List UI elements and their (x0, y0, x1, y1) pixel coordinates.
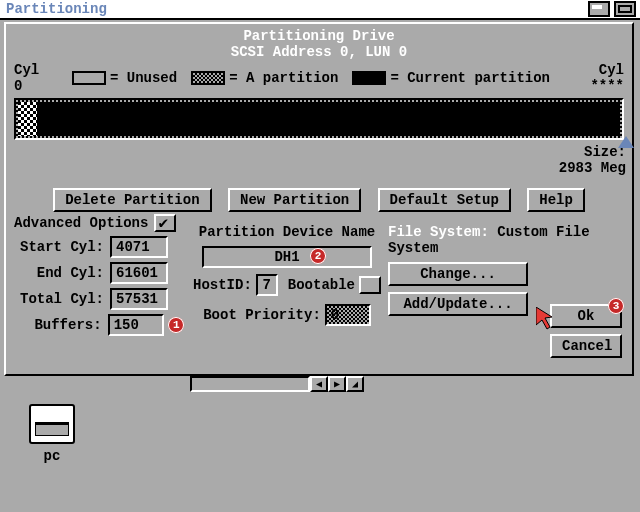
advanced-options-label: Advanced Options (14, 215, 148, 231)
cyl-label-left: Cyl (14, 62, 48, 78)
default-setup-button[interactable]: Default Setup (378, 188, 511, 212)
new-partition-button[interactable]: New Partition (228, 188, 361, 212)
window-size-gadget: ◀ ▶ ◢ (190, 376, 364, 392)
bootable-label: Bootable (288, 277, 355, 293)
scroll-track[interactable] (190, 376, 310, 392)
bootable-checkbox[interactable] (359, 276, 381, 294)
total-cyl-label: Total Cyl: (14, 291, 104, 307)
device-name-input[interactable]: DH1 (202, 246, 372, 268)
buffers-input[interactable]: 150 (108, 314, 165, 336)
legend-unused: = Unused (110, 70, 177, 86)
filesystem-label: File System: (388, 224, 489, 240)
annotation-marker-3: 3 (608, 298, 624, 314)
start-cyl-input[interactable]: 4071 (110, 236, 168, 258)
end-cyl-input[interactable]: 61601 (110, 262, 168, 284)
ok-cancel-group: Ok 3 Cancel (550, 298, 622, 358)
boot-priority-label: Boot Priority: (203, 307, 321, 323)
partition-bar-current[interactable] (38, 102, 620, 136)
resize-gadget-icon[interactable]: ◢ (346, 376, 364, 392)
annotation-marker-2: 2 (310, 248, 326, 264)
legend-current: = Current partition (390, 70, 550, 86)
cyl-value-right: **** (574, 78, 624, 94)
svg-marker-0 (536, 307, 552, 329)
legend-swatch-partition (191, 71, 225, 85)
window-subtitle: SCSI Address 0, LUN 0 (14, 44, 624, 60)
buffers-label: Buffers: (14, 317, 102, 333)
desktop-icon-label: pc (24, 448, 80, 464)
screen-titlebar: Partitioning (0, 0, 640, 20)
desktop-icon-pc[interactable]: pc (24, 404, 80, 464)
legend-swatch-current (352, 71, 386, 85)
action-button-row: Delete Partition New Partition Default S… (14, 188, 624, 212)
device-name-group: Partition Device Name DH1 2 HostID: 7 Bo… (192, 224, 382, 326)
depth-gadget-icon[interactable] (588, 1, 610, 17)
drive-icon (29, 404, 75, 444)
start-cyl-label: Start Cyl: (14, 239, 104, 255)
add-update-filesystem-button[interactable]: Add/Update... (388, 292, 528, 316)
scroll-left-icon[interactable]: ◀ (310, 376, 328, 392)
cyl-label-right: Cyl (574, 62, 624, 78)
partitioning-window: Partitioning Drive SCSI Address 0, LUN 0… (4, 22, 634, 376)
boot-priority-input[interactable]: 0 (325, 304, 371, 326)
end-cyl-label: End Cyl: (14, 265, 104, 281)
advanced-options-checkbox[interactable] (154, 214, 176, 232)
change-filesystem-button[interactable]: Change... (388, 262, 528, 286)
total-cyl-input[interactable]: 57531 (110, 288, 168, 310)
size-readout: Size: 2983 Meg (559, 144, 626, 176)
hostid-input[interactable]: 7 (256, 274, 278, 296)
annotation-marker-1: 1 (168, 317, 184, 333)
zoom-gadget-icon[interactable] (614, 1, 636, 17)
hostid-label: HostID: (193, 277, 252, 293)
device-name-heading: Partition Device Name (192, 224, 382, 240)
cancel-button[interactable]: Cancel (550, 334, 622, 358)
screen-title: Partitioning (6, 1, 588, 17)
cylinder-fields: Advanced Options Start Cyl: 4071 End Cyl… (14, 214, 184, 338)
help-button[interactable]: Help (527, 188, 585, 212)
legend-row: Cyl 0 = Unused = A partition = Current p… (14, 62, 624, 94)
partition-bar[interactable] (14, 98, 624, 140)
legend-partition: = A partition (229, 70, 338, 86)
window-title: Partitioning Drive (14, 28, 624, 44)
delete-partition-button[interactable]: Delete Partition (53, 188, 211, 212)
partition-bar-other[interactable] (18, 102, 38, 136)
cyl-value-left: 0 (14, 78, 48, 94)
legend-swatch-unused (72, 71, 106, 85)
scroll-right-icon[interactable]: ▶ (328, 376, 346, 392)
